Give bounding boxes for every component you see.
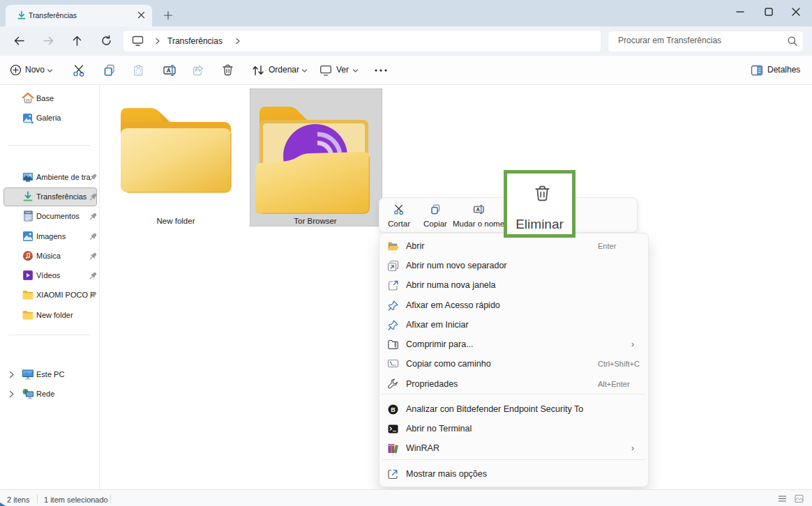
svg-text:B: B	[391, 406, 396, 413]
